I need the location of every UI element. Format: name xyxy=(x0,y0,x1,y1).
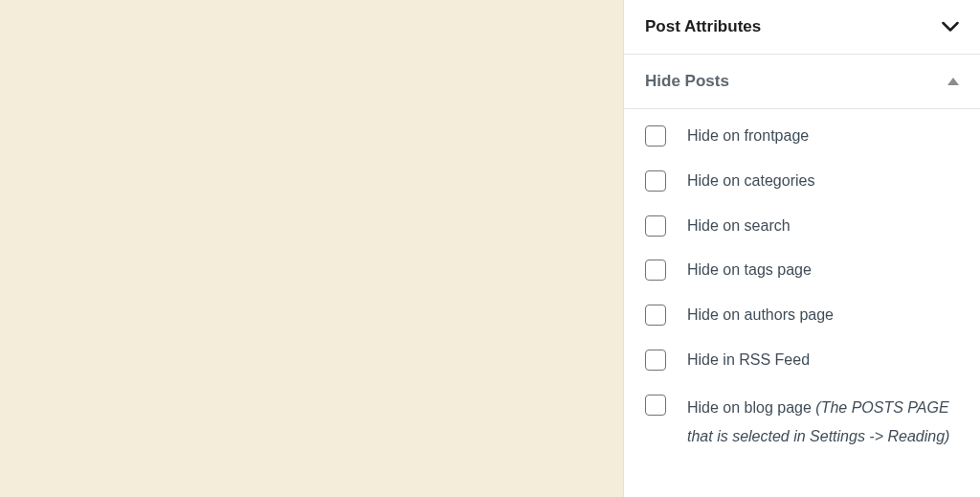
checkbox-hide-categories[interactable] xyxy=(645,170,666,192)
checkbox-label: Hide on categories xyxy=(687,169,814,193)
chevron-down-icon xyxy=(942,18,959,35)
checkbox-hide-search[interactable] xyxy=(645,215,666,237)
checkbox-label: Hide on search xyxy=(687,215,791,238)
post-attributes-title: Post Attributes xyxy=(645,17,761,36)
checkbox-row: Hide on authors page xyxy=(645,304,959,328)
checkbox-hide-blog-page[interactable] xyxy=(645,395,666,416)
checkbox-hide-rss[interactable] xyxy=(645,350,666,371)
checkbox-row: Hide in RSS Feed xyxy=(645,349,959,373)
checkbox-row: Hide on search xyxy=(645,215,959,238)
checkbox-label: Hide on authors page xyxy=(687,304,834,328)
checkbox-label-wrapper: Hide on blog page (The POSTS PAGE that i… xyxy=(687,394,959,452)
checkbox-label: Hide on blog page xyxy=(687,399,815,416)
checkbox-row: Hide on frontpage xyxy=(645,124,959,148)
checkbox-row: Hide on categories xyxy=(645,169,959,193)
triangle-up-icon xyxy=(947,78,959,85)
checkbox-row: Hide on blog page (The POSTS PAGE that i… xyxy=(645,394,959,452)
hide-posts-panel-header[interactable]: Hide Posts xyxy=(624,55,980,109)
editor-canvas xyxy=(0,0,623,497)
checkbox-hide-tags[interactable] xyxy=(645,260,666,281)
post-attributes-panel-header[interactable]: Post Attributes xyxy=(624,0,980,55)
hide-posts-title: Hide Posts xyxy=(645,72,729,91)
settings-sidebar: Post Attributes Hide Posts Hide on front… xyxy=(623,0,980,497)
checkbox-label: Hide on tags page xyxy=(687,259,812,282)
checkbox-label: Hide in RSS Feed xyxy=(687,349,810,373)
checkbox-hide-authors[interactable] xyxy=(645,305,666,326)
checkbox-hide-frontpage[interactable] xyxy=(645,125,666,147)
checkbox-row: Hide on tags page xyxy=(645,259,959,282)
checkbox-label: Hide on frontpage xyxy=(687,124,809,148)
hide-posts-panel-body: Hide on frontpage Hide on categories Hid… xyxy=(624,109,980,471)
